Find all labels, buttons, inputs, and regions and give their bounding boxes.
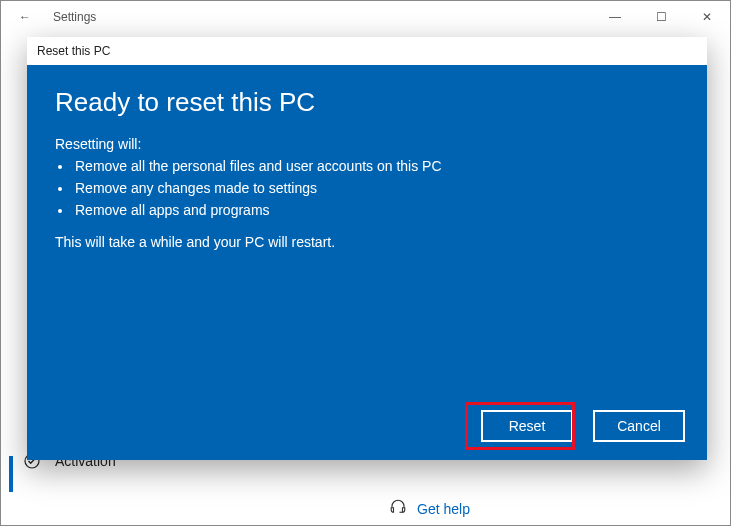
list-item: Remove any changes made to settings — [73, 180, 679, 196]
list-item: Remove all apps and programs — [73, 202, 679, 218]
headset-icon — [389, 498, 407, 519]
maximize-icon: ☐ — [656, 10, 667, 24]
minimize-icon: — — [609, 10, 621, 24]
dialog-heading: Ready to reset this PC — [55, 87, 679, 118]
close-icon: ✕ — [702, 10, 712, 24]
dialog-lead: Resetting will: — [55, 136, 679, 152]
back-button[interactable]: ← — [1, 1, 49, 33]
dialog-title: Reset this PC — [37, 44, 110, 58]
settings-titlebar: ← Settings — ☐ ✕ — [1, 1, 730, 33]
minimize-button[interactable]: — — [592, 1, 638, 33]
maximize-button[interactable]: ☐ — [638, 1, 684, 33]
dialog-button-row: Reset Cancel — [481, 410, 685, 442]
back-arrow-icon: ← — [19, 10, 31, 24]
list-item: Remove all the personal files and user a… — [73, 158, 679, 174]
dialog-bullet-list: Remove all the personal files and user a… — [55, 158, 679, 218]
get-help-link[interactable]: Get help — [389, 498, 470, 519]
selected-indicator — [9, 456, 13, 492]
dialog-body: Ready to reset this PC Resetting will: R… — [27, 65, 707, 460]
close-button[interactable]: ✕ — [684, 1, 730, 33]
dialog-titlebar: Reset this PC — [27, 37, 707, 65]
cancel-button[interactable]: Cancel — [593, 410, 685, 442]
dialog-note: This will take a while and your PC will … — [55, 234, 679, 250]
reset-button[interactable]: Reset — [481, 410, 573, 442]
reset-pc-dialog: Reset this PC Ready to reset this PC Res… — [27, 37, 707, 460]
get-help-label: Get help — [417, 501, 470, 517]
window-title: Settings — [49, 10, 96, 24]
